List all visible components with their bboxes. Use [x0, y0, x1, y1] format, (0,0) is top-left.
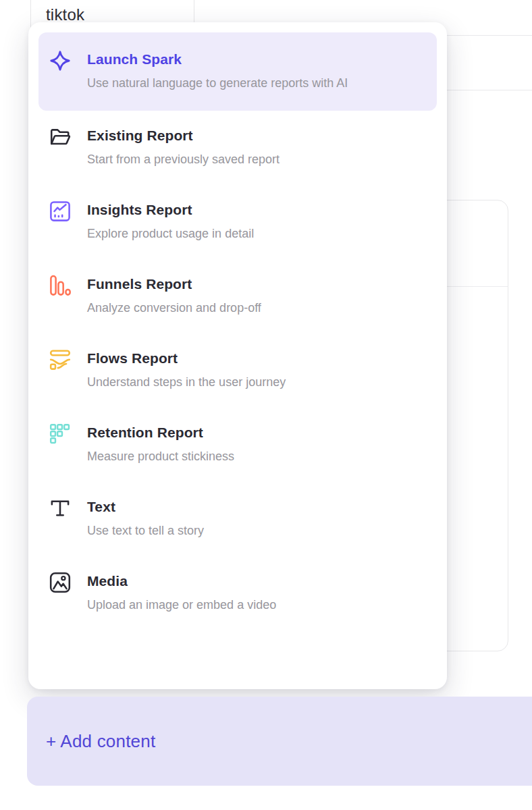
add-content-menu: Launch Spark Use natural language to gen…	[28, 22, 447, 689]
menu-item-title: Retention Report	[87, 423, 427, 442]
menu-item-text[interactable]: Text Use text to tell a story	[38, 482, 437, 556]
menu-item-title: Funnels Report	[87, 275, 427, 294]
menu-item-insights-report[interactable]: Insights Report Explore product usage in…	[38, 185, 437, 259]
media-image-icon	[48, 570, 72, 595]
menu-item-subtitle: Upload an image or embed a video	[87, 595, 427, 615]
menu-item-launch-spark[interactable]: Launch Spark Use natural language to gen…	[38, 32, 437, 111]
flows-icon	[48, 348, 72, 372]
menu-item-title: Media	[87, 572, 427, 591]
table-cell-tiktok: tiktok	[46, 5, 84, 24]
menu-item-title: Flows Report	[87, 349, 427, 368]
menu-item-subtitle: Explore product usage in detail	[87, 224, 427, 244]
table-column-border	[30, 0, 31, 30]
table-row-divider	[442, 35, 532, 36]
folder-open-icon	[48, 125, 72, 149]
add-content-button[interactable]: + Add content	[27, 697, 532, 786]
menu-item-title: Existing Report	[87, 126, 427, 145]
menu-item-funnels-report[interactable]: Funnels Report Analyze conversion and dr…	[38, 259, 437, 333]
menu-item-subtitle: Understand steps in the user journey	[87, 373, 427, 392]
text-icon	[48, 496, 72, 520]
table-row-divider	[442, 90, 532, 90]
menu-item-subtitle: Start from a previously saved report	[87, 150, 427, 169]
menu-item-subtitle: Use natural language to generate reports…	[87, 74, 369, 93]
menu-item-subtitle: Analyze conversion and drop-off	[87, 298, 427, 318]
menu-item-title: Launch Spark	[87, 50, 427, 69]
menu-item-media[interactable]: Media Upload an image or embed a video	[38, 556, 437, 630]
retention-grid-icon	[48, 422, 72, 446]
menu-item-existing-report[interactable]: Existing Report Start from a previously …	[38, 111, 437, 185]
menu-item-flows-report[interactable]: Flows Report Understand steps in the use…	[38, 333, 437, 408]
menu-item-retention-report[interactable]: Retention Report Measure product stickin…	[38, 408, 437, 482]
menu-item-title: Insights Report	[87, 200, 427, 219]
spark-icon	[48, 49, 72, 73]
menu-item-subtitle: Use text to tell a story	[87, 521, 427, 541]
add-content-label: + Add content	[46, 731, 155, 752]
menu-item-subtitle: Measure product stickiness	[87, 447, 427, 466]
funnels-bars-icon	[48, 273, 72, 298]
insights-chart-icon	[48, 199, 72, 223]
menu-item-title: Text	[87, 497, 427, 516]
